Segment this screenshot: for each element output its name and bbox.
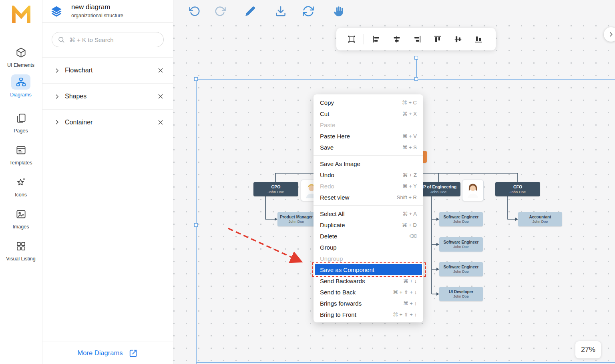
menu-item-select-all[interactable]: Select All⌘ + A [314,208,423,219]
menu-item-bring-to-front[interactable]: Bring to Front⌘ + ⇧ + ↑ [314,309,423,320]
org-node-product-manager[interactable]: Product Manager John Doe [277,212,315,226]
menu-item-redo[interactable]: Redo⌘ + Y [314,180,423,192]
menu-item-save-as-image[interactable]: Save As Image [314,158,423,169]
selection-handle-top-left[interactable] [194,77,198,81]
search-box[interactable] [52,32,164,47]
align-top-icon[interactable] [427,35,448,44]
menu-item-undo[interactable]: Undo⌘ + Z [314,169,423,180]
sidebar-item-pages[interactable]: Pages [0,110,42,134]
section-shapes[interactable]: Shapes [42,83,173,109]
menu-item-cut[interactable]: Cut⌘ + X [314,108,423,119]
menu-item-brings-forwards[interactable]: Brings forwards⌘ + ↑ [314,298,423,309]
menu-shortcut: ⌘ + ↑ [403,300,417,306]
menu-label: Save as Component [320,266,374,273]
org-node-cfo[interactable]: CFO John Doe [495,182,540,196]
node-name: John Doe [533,220,548,224]
menu-shortcut: ⌘ + D [402,222,417,228]
menu-item-duplicate[interactable]: Duplicate⌘ + D [314,219,423,230]
menu-item-save[interactable]: Save⌘ + S [314,142,423,153]
node-name: John Doe [510,190,526,194]
close-icon[interactable] [157,93,164,100]
menu-item-save-as-component[interactable]: Save as Component [315,264,422,275]
hand-icon[interactable] [333,5,345,17]
menu-item-paste-here[interactable]: Paste Here⌘ + V [314,130,423,142]
grid-icon [11,238,30,254]
menu-item-ungroup[interactable]: Ungroup [314,253,423,264]
sidebar-item-ui-elements[interactable]: UI Elements [0,45,42,68]
menu-shortcut: ⌘ + S [402,144,417,150]
selection-frame-icon[interactable] [341,35,362,44]
chevron-right-icon[interactable] [54,68,60,74]
chevron-right-icon[interactable] [54,119,60,125]
menu-label: Brings forwards [320,300,362,307]
close-icon[interactable] [157,119,164,126]
diagram-subtitle: organizational structure [71,13,123,18]
section-label: Shapes [65,93,153,100]
menu-item-paste[interactable]: Paste [314,119,423,130]
align-left-icon[interactable] [366,35,386,44]
expand-panel-button[interactable] [604,27,615,42]
menu-item-reset-view[interactable]: Reset viewShift + R [314,192,423,203]
align-bottom-icon[interactable] [468,35,488,44]
context-menu: Copy⌘ + C Cut⌘ + X Paste Paste Here⌘ + V… [314,94,423,322]
sidebar-item-visual-listing[interactable]: Visual Listing [0,238,42,262]
align-center-horizontal-icon[interactable] [386,35,407,44]
section-label: Container [65,119,153,126]
org-node-ui-developer[interactable]: UI Developer John Doe [439,287,483,301]
menu-item-group[interactable]: Group [314,242,423,253]
menu-label: Undo [320,172,334,178]
node-name: John Doe [289,220,304,224]
chevron-right-icon[interactable] [54,94,60,100]
sync-icon[interactable] [302,5,314,17]
node-title: Product Manager [280,215,313,219]
menu-label: Delete [320,233,337,240]
undo-icon[interactable] [189,5,201,17]
pages-icon [11,110,30,126]
sidebar-item-label: Visual Listing [6,256,35,262]
org-node-software-engineer-2[interactable]: Software Engineer John Doe [439,237,483,252]
menu-label: Select All [320,210,345,217]
selection-handle-left-middle[interactable] [194,223,198,227]
node-name: John Doe [453,270,469,274]
more-diagrams-label: More Diagrams [78,349,123,357]
sidebar-item-label: Pages [14,128,28,134]
more-diagrams-link[interactable]: More Diagrams [42,342,173,364]
download-icon[interactable] [275,5,287,17]
pen-icon[interactable] [244,5,256,17]
left-panel: new diagram organizational structure Flo… [42,0,173,364]
menu-item-send-backwards[interactable]: Send Backwards⌘ + ↓ [314,275,423,286]
sidebar-item-images[interactable]: Images [0,206,42,230]
section-container[interactable]: Container [42,109,173,135]
sidebar-item-diagrams[interactable]: Diagrams [0,74,42,98]
menu-shortcut: ⌘ + X [402,111,417,117]
menu-label: Copy [320,99,334,106]
layers-icon [50,5,63,17]
node-title: Software Engineer [444,265,479,269]
menu-item-delete[interactable]: Delete⌫ [314,230,423,242]
section-flowchart[interactable]: Flowchart [42,57,173,83]
org-node-software-engineer-1[interactable]: Software Engineer John Doe [439,212,483,226]
menu-shortcut: ⌘ + Y [402,183,417,189]
search-input[interactable] [68,36,158,44]
avatar[interactable] [462,180,484,201]
selection-handle-anchor[interactable] [414,56,418,60]
menu-item-send-to-back[interactable]: Send to Back⌘ + ⇧ + ↓ [314,286,423,298]
menu-label: Paste Here [320,133,350,140]
sparkle-star-icon [11,174,30,190]
sidebar-item-icons[interactable]: Icons [0,174,42,198]
align-middle-vertical-icon[interactable] [448,35,468,44]
menu-label: Send Backwards [320,278,365,284]
org-node-accountant[interactable]: Accountant John Doe [518,212,562,226]
org-node-software-engineer-3[interactable]: Software Engineer John Doe [439,262,483,276]
selection-handle-top-center[interactable] [414,77,418,81]
menu-item-copy[interactable]: Copy⌘ + C [314,97,423,108]
zoom-level-badge[interactable]: 27% [575,341,601,358]
org-node-cpo[interactable]: CPO John Doe [253,182,298,196]
app-window: CPO John Doe VP of Engineering John Doe … [0,0,615,364]
app-logo[interactable] [10,6,32,25]
menu-shortcut: ⌘ + Z [402,172,417,178]
sidebar-item-templates[interactable]: Templates [0,142,42,166]
align-right-icon[interactable] [407,35,427,44]
close-icon[interactable] [157,67,164,74]
redo-icon[interactable] [214,5,226,17]
